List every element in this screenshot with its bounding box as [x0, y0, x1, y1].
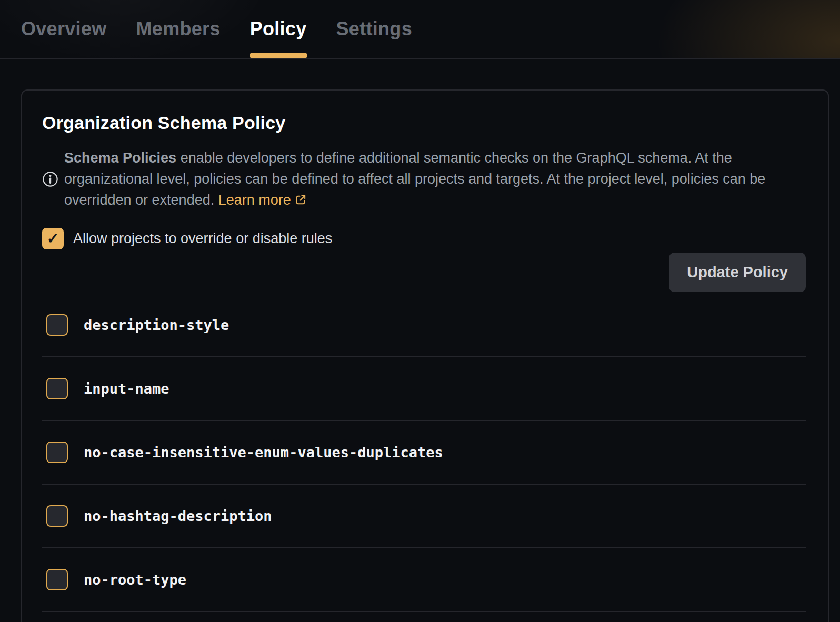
- rule-row-no-case-insensitive-enum-values-duplicates: no-case-insensitive-enum-values-duplicat…: [42, 421, 806, 485]
- rule-checkbox-description-style[interactable]: [46, 314, 68, 336]
- schema-policy-callout: Schema Policies enable developers to def…: [42, 147, 806, 210]
- rules-list: description-style input-name no-case-ins…: [42, 294, 806, 612]
- info-circle-icon: [42, 171, 58, 187]
- button-row: Update Policy: [42, 253, 806, 292]
- schema-policy-card: Organization Schema Policy Schema Polici…: [21, 89, 829, 622]
- learn-more-link[interactable]: Learn more: [218, 192, 307, 208]
- callout-text: Schema Policies enable developers to def…: [64, 147, 788, 210]
- learn-more-label: Learn more: [218, 192, 291, 208]
- rule-row-description-style: description-style: [42, 294, 806, 357]
- rule-checkbox-input-name[interactable]: [46, 378, 68, 399]
- callout-lead: Schema Policies: [64, 150, 176, 166]
- tab-settings-label: Settings: [336, 18, 412, 40]
- allow-override-checkbox[interactable]: ✓: [42, 228, 64, 249]
- card-title: Organization Schema Policy: [42, 113, 806, 133]
- tab-members[interactable]: Members: [136, 0, 221, 58]
- rule-row-input-name: input-name: [42, 357, 806, 421]
- rule-checkbox-no-case-insensitive-enum-values-duplicates[interactable]: [46, 442, 68, 463]
- allow-override-label: Allow projects to override or disable ru…: [73, 230, 332, 247]
- tab-members-label: Members: [136, 18, 221, 40]
- rule-name: no-case-insensitive-enum-values-duplicat…: [84, 444, 443, 460]
- allow-override-row[interactable]: ✓ Allow projects to override or disable …: [42, 228, 806, 249]
- tab-bar: Overview Members Policy Settings: [0, 0, 840, 58]
- external-link-icon: [295, 194, 307, 206]
- rule-row-no-root-type: no-root-type: [42, 548, 806, 612]
- rule-name: input-name: [84, 380, 169, 397]
- rule-name: no-root-type: [84, 571, 186, 588]
- rule-name: description-style: [84, 317, 229, 333]
- tab-settings[interactable]: Settings: [336, 0, 412, 58]
- check-icon: ✓: [47, 232, 59, 246]
- rule-checkbox-no-hashtag-description[interactable]: [46, 505, 68, 527]
- rule-name: no-hashtag-description: [84, 508, 272, 524]
- tab-overview[interactable]: Overview: [21, 0, 107, 58]
- rule-checkbox-no-root-type[interactable]: [46, 569, 68, 590]
- page-header: Overview Members Policy Settings: [0, 0, 840, 59]
- tab-policy[interactable]: Policy: [250, 0, 307, 58]
- update-policy-button[interactable]: Update Policy: [669, 253, 806, 292]
- rule-row-no-hashtag-description: no-hashtag-description: [42, 485, 806, 548]
- tab-policy-label: Policy: [250, 18, 307, 40]
- active-tab-indicator: [250, 53, 307, 58]
- page-content: Organization Schema Policy Schema Polici…: [0, 59, 840, 622]
- tab-overview-label: Overview: [21, 18, 107, 40]
